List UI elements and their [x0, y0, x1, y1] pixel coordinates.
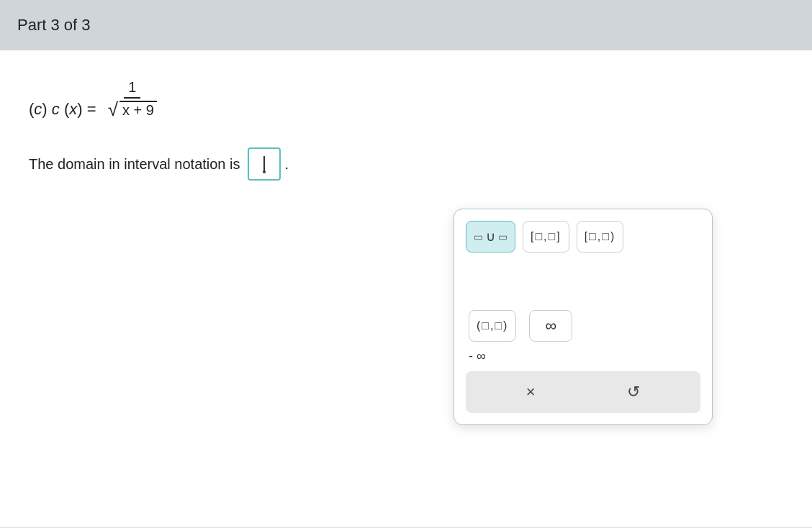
cursor	[263, 156, 265, 172]
denominator: √ x + 9	[104, 99, 161, 119]
sqrt-symbol: √	[108, 100, 118, 119]
page-title: Part 3 of 3	[17, 16, 91, 35]
symbol-popup: ▭ ∪ ▭ [□,□] [□,□) Union (□,□) ∞	[454, 209, 713, 425]
cursor-dot	[263, 170, 266, 173]
union-symbol: ∪	[486, 229, 495, 245]
closed-interval-button[interactable]: [□,□]	[523, 221, 569, 252]
numerator: 1	[124, 79, 140, 99]
close-button[interactable]: ×	[518, 380, 544, 404]
answer-input-box[interactable]	[248, 147, 281, 181]
fraction: 1 √ x + 9	[104, 79, 161, 119]
popup-footer: × ↺	[466, 371, 700, 413]
formula-section: (c) c (x) = 1 √ x + 9	[29, 79, 783, 119]
close-icon: ×	[526, 383, 536, 401]
undo-button[interactable]: ↺	[618, 380, 649, 404]
period: .	[285, 156, 289, 173]
half-open-right-label: [□,□)	[585, 230, 616, 243]
small-square-left: ▭	[474, 231, 483, 242]
main-content: (c) c (x) = 1 √ x + 9 The domain in inte…	[0, 50, 812, 528]
sqrt-content: x + 9	[119, 101, 157, 119]
domain-section: The domain in interval notation is .	[29, 147, 783, 181]
half-open-right-button[interactable]: [□,□)	[577, 221, 624, 252]
domain-text: The domain in interval notation is	[29, 156, 240, 173]
infinity-button[interactable]: ∞	[529, 310, 572, 342]
popup-row-2: (□,□) ∞	[466, 310, 700, 342]
open-interval-label: (□,□)	[477, 319, 508, 332]
sqrt-wrapper: √ x + 9	[108, 100, 157, 119]
union-button[interactable]: ▭ ∪ ▭	[466, 221, 515, 252]
neg-infinity-section: - ∞	[466, 349, 700, 364]
closed-interval-label: [□,□]	[531, 230, 561, 243]
neg-infinity-label: - ∞	[469, 349, 486, 363]
open-interval-button[interactable]: (□,□)	[469, 310, 516, 342]
infinity-symbol: ∞	[546, 317, 557, 335]
popup-row-1: ▭ ∪ ▭ [□,□] [□,□)	[466, 221, 700, 252]
header-bar: Part 3 of 3	[0, 0, 812, 50]
undo-icon: ↺	[627, 383, 640, 401]
formula-label: (c) c (x) =	[29, 100, 101, 119]
small-square-right: ▭	[498, 231, 508, 242]
